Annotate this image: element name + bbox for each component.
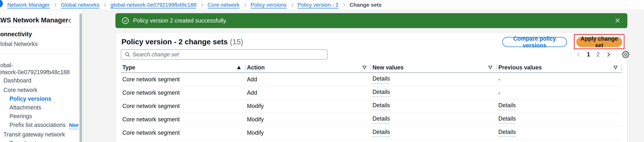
breadcrumb-policy-versions[interactable]: Policy versions xyxy=(250,2,286,8)
change-sets-panel: Policy version - 2 change sets(15) Compa… xyxy=(116,32,628,142)
info-circle-icon xyxy=(0,0,3,8)
check-circle-icon xyxy=(122,17,129,24)
page-title: Policy version - 2 change sets(15) xyxy=(122,37,243,46)
pagination-next-icon[interactable] xyxy=(605,51,612,58)
search-input[interactable] xyxy=(130,51,327,58)
breadcrumb-network-manager[interactable]: Network Manager xyxy=(7,2,50,8)
breadcrumb-bar: Network Manager Global networks global-n… xyxy=(0,0,644,10)
chevron-right-icon xyxy=(200,3,204,7)
sidebar-collapse-icon[interactable] xyxy=(67,18,73,25)
column-label: Previous values xyxy=(498,64,542,71)
pagination-page-2[interactable]: 2 xyxy=(596,51,600,58)
cell-action: Add xyxy=(246,89,371,96)
sidebar-item-core-network[interactable]: Core network xyxy=(4,87,37,94)
details-expander[interactable]: Details xyxy=(372,89,390,97)
breadcrumb-core-network[interactable]: Core network xyxy=(208,2,240,8)
filter-triangle-icon[interactable] xyxy=(614,65,618,69)
pagination-prev-icon[interactable] xyxy=(576,51,582,58)
sidebar-divider xyxy=(0,27,78,28)
sidebar-item-attachments[interactable]: Attachments xyxy=(10,104,41,111)
cell-type: Core network segment xyxy=(121,103,246,109)
scrollbar-thumb[interactable] xyxy=(80,13,82,142)
column-header-action[interactable]: Action xyxy=(246,62,371,73)
breadcrumb-change-sets: Change sets xyxy=(350,2,382,8)
search-box xyxy=(121,49,328,59)
filter-triangle-icon[interactable] xyxy=(488,65,492,69)
search-icon xyxy=(124,52,130,57)
page-title-text: Policy version - 2 change sets xyxy=(122,37,228,46)
sidebar-item-transit-gateways[interactable]: Transit gateways xyxy=(10,140,52,142)
details-expander[interactable]: Details xyxy=(372,75,390,84)
details-expander[interactable]: Details xyxy=(498,102,516,110)
cell-type: Core network segment xyxy=(121,116,246,123)
details-expander[interactable]: Details xyxy=(498,129,516,137)
close-icon[interactable] xyxy=(614,17,621,24)
sidebar-divider xyxy=(0,53,78,54)
details-expander[interactable]: Details xyxy=(372,115,390,124)
gear-icon[interactable] xyxy=(622,51,630,58)
breadcrumb-policy-version-2[interactable]: Policy version - 2 xyxy=(298,2,338,8)
change-sets-table: Type Action New values Previous values xyxy=(121,62,622,140)
compare-policy-versions-button[interactable]: Compare policy versions xyxy=(502,37,567,47)
details-expander[interactable]: Details xyxy=(372,102,390,110)
pagination-divider xyxy=(617,51,617,58)
breadcrumb-global-networks[interactable]: Global networks xyxy=(61,2,100,8)
content-divider xyxy=(83,10,84,142)
apply-change-set-button[interactable]: Apply change set xyxy=(576,37,622,47)
breadcrumb-global-network-id[interactable]: global-network-0e0792199fb48c188 xyxy=(110,2,196,8)
sidebar-title[interactable]: AWS Network Manager xyxy=(0,17,68,24)
sidebar-section-connectivity: Connectivity xyxy=(0,31,32,38)
table-row: Core network segment Modify Details Deta… xyxy=(121,113,622,126)
column-label: Action xyxy=(247,64,265,71)
sidebar-item-policy-versions[interactable]: Policy versions xyxy=(10,95,51,102)
pagination-page-1[interactable]: 1 xyxy=(587,51,590,58)
cell-previous-values: - xyxy=(497,76,622,83)
cell-action: Modify xyxy=(246,116,371,123)
side-navigation: AWS Network Manager Connectivity Global … xyxy=(0,10,78,142)
new-badge[interactable]: New xyxy=(69,122,80,129)
cell-type: Core network segment xyxy=(121,129,246,136)
table-row: Core network segment Modify Details Deta… xyxy=(121,100,622,113)
success-banner: Policy version 2 created successfully. xyxy=(116,13,628,28)
details-expander[interactable]: Details xyxy=(372,129,390,137)
cell-type: Core network segment xyxy=(121,76,246,83)
cell-previous-values: - xyxy=(497,89,622,96)
cell-action: Add xyxy=(246,76,371,83)
item-count: (15) xyxy=(230,37,243,46)
table-header-row: Type Action New values Previous values xyxy=(121,62,622,73)
sort-ascending-icon[interactable] xyxy=(237,65,241,69)
column-label: New values xyxy=(372,64,404,71)
cell-type: Core network segment xyxy=(121,89,246,96)
sidebar-item-global-networks[interactable]: Global Networks xyxy=(0,40,38,47)
filter-triangle-icon[interactable] xyxy=(362,65,366,69)
chevron-right-icon xyxy=(53,3,57,7)
sidebar-item-transit-gateway-network[interactable]: Transit gateway network xyxy=(4,131,65,138)
chevron-right-icon xyxy=(342,3,346,7)
sidebar-item-dashboard[interactable]: Dashboard xyxy=(4,77,31,84)
sidebar-item-peerings[interactable]: Peerings xyxy=(10,113,32,120)
table-row: Core network segment Add Details - xyxy=(121,73,622,86)
details-expander[interactable]: Details xyxy=(498,115,516,124)
column-header-new-values[interactable]: New values xyxy=(371,62,497,73)
chevron-right-icon xyxy=(103,3,107,7)
table-row: Core network segment Modify Details Deta… xyxy=(121,126,622,140)
chevron-right-icon xyxy=(243,3,247,7)
cell-action: Modify xyxy=(246,129,371,136)
chevron-right-icon xyxy=(290,3,294,7)
breadcrumb: Network Manager Global networks global-n… xyxy=(7,0,382,10)
banner-message: Policy version 2 created successfully. xyxy=(133,17,227,24)
table-row: Core network segment Add Details - xyxy=(121,86,622,100)
cell-action: Modify xyxy=(246,103,371,109)
column-header-previous-values[interactable]: Previous values xyxy=(497,62,622,73)
sidebar-item-global-network-id[interactable]: global- network-0e0792199fb48c188 xyxy=(0,62,75,76)
pagination: 1 2 xyxy=(576,49,630,59)
sidebar-item-label: Prefix list associations xyxy=(10,122,66,128)
column-header-type[interactable]: Type xyxy=(121,62,246,73)
sidebar-item-prefix-list-associations[interactable]: Prefix list associationsNew xyxy=(10,121,80,129)
column-label: Type xyxy=(122,64,135,71)
